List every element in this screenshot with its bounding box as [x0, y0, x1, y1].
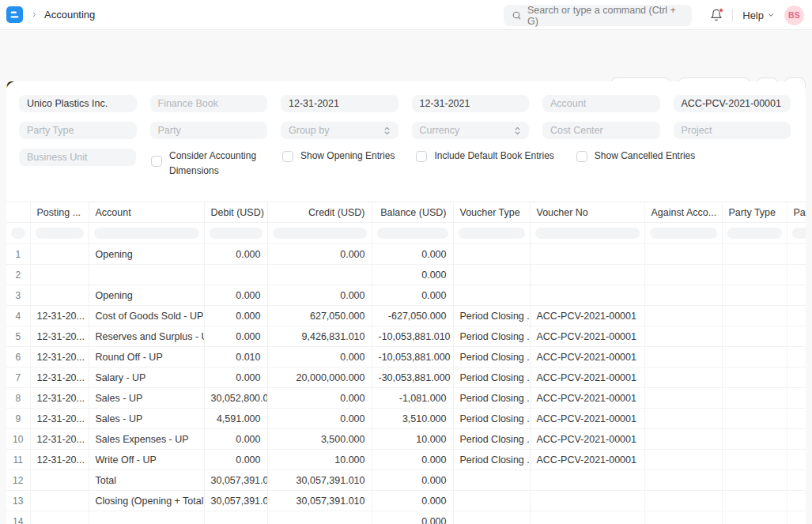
cell[interactable]	[722, 511, 787, 524]
cell[interactable]: Period Closing ...	[453, 409, 530, 429]
cell[interactable]	[722, 470, 787, 491]
column-header[interactable]: Debit (USD)	[204, 202, 267, 223]
cell[interactable]: 627,050.000	[267, 306, 372, 326]
cell[interactable]	[787, 511, 806, 524]
cell[interactable]	[267, 511, 372, 524]
column-filter-input[interactable]	[535, 228, 640, 239]
cell[interactable]: Salary - UP	[89, 368, 204, 388]
breadcrumb-accounting[interactable]: Accounting	[44, 9, 95, 21]
erpnext-logo-icon[interactable]	[6, 6, 23, 23]
cell[interactable]	[787, 326, 806, 347]
cell[interactable]	[722, 450, 787, 470]
cell[interactable]	[530, 285, 644, 306]
cell[interactable]	[644, 429, 722, 450]
cell[interactable]: Write Off - UP	[89, 450, 204, 470]
cell[interactable]: Cost of Goods Sold - UP	[89, 306, 204, 326]
cell[interactable]: Period Closing ...	[453, 306, 530, 326]
cell[interactable]: 10.000	[372, 429, 453, 450]
cell[interactable]	[644, 244, 722, 265]
cell[interactable]	[644, 326, 722, 347]
column-header[interactable]: Account	[89, 202, 204, 223]
cell[interactable]	[787, 409, 806, 429]
cell[interactable]: ACC-PCV-2021-00001	[530, 429, 644, 450]
cell[interactable]	[644, 491, 722, 511]
cell[interactable]	[722, 347, 787, 368]
cell[interactable]	[787, 265, 806, 285]
cell[interactable]: Period Closing ...	[453, 450, 530, 470]
cell[interactable]: 12-31-20...	[30, 450, 89, 470]
cell[interactable]: 0.000	[372, 244, 453, 265]
user-avatar[interactable]: BS	[784, 6, 804, 25]
cell[interactable]: Round Off - UP	[89, 347, 204, 368]
cell[interactable]	[787, 470, 806, 491]
cell[interactable]: 12-31-20...	[30, 368, 89, 388]
cell[interactable]	[722, 491, 787, 511]
cell[interactable]: 0.000	[204, 450, 267, 470]
cell[interactable]: 3,510.000	[372, 409, 453, 429]
cell[interactable]: ACC-PCV-2021-00001	[530, 388, 644, 409]
column-header[interactable]: Voucher Type	[453, 202, 530, 223]
column-filter-input[interactable]	[94, 228, 199, 239]
cell[interactable]	[30, 511, 89, 524]
cell[interactable]: -10,053,881.010	[372, 326, 453, 347]
column-filter-input[interactable]	[792, 228, 806, 239]
cell[interactable]: -627,050.000	[372, 306, 453, 326]
cell[interactable]	[722, 285, 787, 306]
cell[interactable]	[530, 511, 644, 524]
cell[interactable]: ACC-PCV-2021-00001	[530, 347, 644, 368]
column-header[interactable]: Credit (USD)	[267, 202, 372, 223]
cell[interactable]	[453, 511, 530, 524]
cell[interactable]: 0.000	[204, 306, 267, 326]
cell[interactable]	[644, 265, 722, 285]
column-header[interactable]: Party	[787, 202, 806, 223]
column-filter-input[interactable]	[377, 228, 448, 239]
cell[interactable]	[787, 388, 806, 409]
company-filter[interactable]: Unico Plastics Inc.	[19, 95, 137, 112]
cell[interactable]: 0.000	[372, 491, 453, 511]
cell[interactable]	[644, 470, 722, 491]
cell[interactable]: 0.000	[267, 409, 372, 429]
cell[interactable]: 0.000	[372, 511, 453, 524]
cell[interactable]: 12-31-20...	[30, 347, 89, 368]
column-filter-input[interactable]	[459, 228, 525, 239]
cell[interactable]	[644, 347, 722, 368]
cell[interactable]: 3,500.000	[267, 429, 372, 450]
cell[interactable]	[453, 470, 530, 491]
cell[interactable]: 0.000	[204, 244, 267, 265]
column-header[interactable]: Party Type	[722, 202, 787, 223]
help-menu[interactable]: Help	[742, 9, 775, 21]
cell[interactable]	[530, 491, 644, 511]
to-date-filter[interactable]: 12-31-2021	[412, 95, 530, 112]
cell[interactable]	[722, 409, 787, 429]
cell[interactable]	[722, 244, 787, 265]
cell[interactable]: 0.000	[372, 285, 453, 306]
cell[interactable]: 0.000	[372, 265, 453, 285]
cell[interactable]	[530, 265, 644, 285]
cell[interactable]	[644, 285, 722, 306]
global-search-input[interactable]: Search or type a command (Ctrl + G)	[504, 5, 692, 26]
cell[interactable]: Period Closing ...	[453, 326, 530, 347]
cell[interactable]: 10.000	[267, 450, 372, 470]
cell[interactable]: ACC-PCV-2021-00001	[530, 450, 644, 470]
show-opening-entries-checkbox[interactable]: Show Opening Entries	[282, 149, 395, 164]
cell[interactable]	[787, 347, 806, 368]
cell[interactable]	[30, 244, 89, 265]
cell[interactable]: 4,591.000	[204, 409, 267, 429]
cell[interactable]: Period Closing ...	[453, 368, 530, 388]
column-filter-input[interactable]	[36, 228, 84, 239]
cell[interactable]	[644, 511, 722, 524]
cell[interactable]	[722, 265, 787, 285]
party-filter[interactable]: Party	[150, 122, 268, 139]
cell[interactable]: 30,052,800.000	[204, 388, 267, 409]
cell[interactable]: 9,426,831.010	[267, 326, 372, 347]
cell[interactable]: 30,057,391.010	[267, 491, 372, 511]
cell[interactable]	[204, 265, 267, 285]
cell[interactable]	[30, 265, 89, 285]
cell[interactable]: Sales - UP	[89, 409, 204, 429]
finance-book-filter[interactable]: Finance Book	[150, 95, 268, 112]
notifications-bell-icon[interactable]	[710, 9, 723, 21]
business-unit-filter[interactable]: Business Unit	[19, 149, 136, 166]
cell[interactable]: Total	[89, 470, 204, 491]
cell[interactable]: -30,053,881.000	[372, 368, 453, 388]
cost-center-filter[interactable]: Cost Center	[542, 122, 660, 139]
